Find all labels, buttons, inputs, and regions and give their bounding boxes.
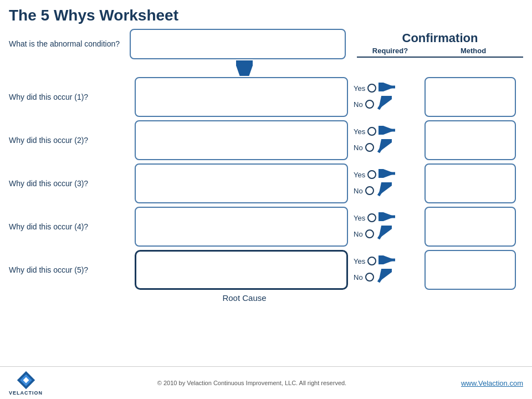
main-content: What is the abnormal condition? Confirma… (0, 29, 532, 303)
no-label-4: No (354, 230, 363, 238)
no-arrow-2 (376, 140, 392, 155)
yes-arrow-1 (378, 83, 398, 94)
yes-radio-5[interactable] (367, 257, 376, 265)
yes-radio-2[interactable] (367, 127, 376, 136)
svg-line-13 (378, 183, 386, 196)
abnormal-condition-label: What is the abnormal condition? (9, 39, 130, 49)
page-title: The 5 Whys Worksheet (0, 0, 532, 29)
no-label-5: No (354, 273, 363, 282)
no-radio-3[interactable] (365, 186, 374, 195)
down-arrow-icon (236, 60, 253, 76)
yes-item-1: Yes (354, 83, 398, 94)
top-row: What is the abnormal condition? Confirma… (9, 29, 523, 59)
yes-no-section-3: Yes No (354, 167, 420, 200)
yes-item-3: Yes (354, 169, 398, 180)
yes-arrow-icon (378, 83, 398, 91)
yes-arrow-icon (378, 126, 398, 135)
no-arrow-1 (376, 97, 392, 111)
svg-line-5 (378, 97, 386, 109)
confirmation-subheaders: Required? Method (357, 47, 523, 58)
logo-text: VELACTION (9, 390, 43, 396)
confirmation-col-2: Yes No (348, 120, 523, 160)
why-input-3[interactable] (135, 163, 348, 203)
down-arrow-container (136, 60, 352, 76)
yes-arrow-icon (378, 212, 398, 221)
no-radio-5[interactable] (365, 273, 374, 282)
confirmation-col-4: Yes No (348, 207, 523, 247)
yes-label-5: Yes (354, 257, 365, 265)
no-arrow-4 (376, 227, 392, 241)
yes-radio-1[interactable] (367, 84, 376, 93)
yes-label-3: Yes (354, 171, 365, 179)
no-radio-4[interactable] (365, 229, 374, 238)
footer-logo: VELACTION (9, 370, 43, 396)
footer: VELACTION © 2010 by Velaction Continuous… (0, 366, 532, 399)
footer-copyright: © 2010 by Velaction Continuous Improveme… (157, 380, 346, 386)
no-arrow-5 (376, 270, 392, 284)
confirmation-col-1: Yes No (348, 77, 523, 117)
abnormal-condition-input[interactable] (130, 29, 346, 59)
yes-item-2: Yes (354, 126, 398, 137)
method-input-5[interactable] (424, 250, 516, 290)
yes-item-5: Yes (354, 255, 398, 267)
yes-radio-4[interactable] (367, 213, 376, 222)
yes-label-4: Yes (354, 214, 365, 222)
method-input-3[interactable] (424, 163, 516, 203)
yes-label-1: Yes (354, 84, 365, 93)
no-label-1: No (354, 100, 363, 109)
no-arrow-3 (376, 183, 392, 198)
svg-line-17 (378, 227, 386, 239)
yes-arrow-4 (378, 212, 398, 223)
method-input-1[interactable] (424, 77, 516, 117)
method-header: Method (423, 47, 523, 55)
no-radio-2[interactable] (365, 143, 374, 152)
velaction-logo-icon (16, 370, 36, 390)
why-row-1: Why did this occur (1)? Yes No (9, 77, 523, 117)
confirmation-col-5: Yes No (348, 250, 523, 290)
no-item-1: No (354, 97, 392, 111)
why-input-4[interactable] (135, 207, 348, 247)
no-item-4: No (354, 227, 392, 241)
confirmation-title: Confirmation (357, 31, 523, 45)
yes-radio-3[interactable] (367, 170, 376, 179)
root-cause-label: Root Cause (136, 293, 352, 303)
why-input-1[interactable] (135, 77, 348, 117)
no-item-2: No (354, 140, 392, 155)
why-input-5[interactable] (135, 250, 348, 290)
yes-arrow-3 (378, 169, 398, 180)
why-label-2: Why did this occur (2)? (9, 135, 135, 145)
no-arrow-icon (376, 226, 392, 241)
yes-arrow-5 (378, 255, 398, 267)
no-arrow-icon (376, 96, 392, 111)
no-arrow-icon (376, 269, 392, 284)
yes-arrow-icon (378, 169, 398, 178)
yes-label-2: Yes (354, 127, 365, 136)
yes-no-section-5: Yes No (354, 254, 420, 286)
footer-url[interactable]: www.Velaction.com (461, 379, 523, 387)
method-input-2[interactable] (424, 120, 516, 160)
why-row-5: Why did this occur (5)? Yes No (9, 250, 523, 290)
method-input-4[interactable] (424, 207, 516, 247)
why-rows-container: Why did this occur (1)? Yes No (9, 77, 523, 290)
yes-arrow-icon (378, 255, 398, 264)
no-item-5: No (354, 270, 392, 284)
yes-arrow-2 (378, 126, 398, 137)
yes-no-section-4: Yes No (354, 211, 420, 243)
no-radio-1[interactable] (365, 100, 374, 109)
yes-item-4: Yes (354, 212, 398, 223)
confirmation-col-3: Yes No (348, 163, 523, 203)
why-label-3: Why did this occur (3)? (9, 178, 135, 188)
why-input-2[interactable] (135, 120, 348, 160)
yes-no-section-1: Yes No (354, 81, 420, 113)
why-label-1: Why did this occur (1)? (9, 92, 135, 102)
no-item-3: No (354, 183, 392, 198)
no-arrow-icon (376, 182, 392, 198)
no-label-3: No (354, 187, 363, 195)
confirmation-header: Confirmation Required? Method (346, 31, 523, 58)
required-header: Required? (357, 47, 423, 55)
why-label-5: Why did this occur (5)? (9, 265, 135, 275)
why-row-4: Why did this occur (4)? Yes No (9, 207, 523, 247)
why-row-2: Why did this occur (2)? Yes No (9, 120, 523, 160)
why-row-3: Why did this occur (3)? Yes No (9, 163, 523, 203)
svg-line-9 (378, 140, 386, 152)
